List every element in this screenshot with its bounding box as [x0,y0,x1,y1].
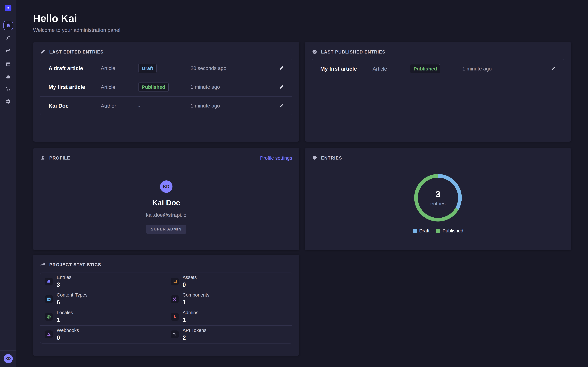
table-row[interactable]: My first article Article Published 1 min… [312,59,564,79]
edit-entry-button[interactable] [279,84,284,90]
page-subtitle: Welcome to your administration panel [33,27,120,33]
strapi-logo-icon [6,6,10,11]
panel-title: PROFILE [49,156,70,161]
legend-label: Published [442,228,463,234]
pencil-icon [40,49,45,55]
status-empty: - [138,103,140,109]
documents-icon [45,278,53,285]
sidebar-item-settings[interactable] [3,97,13,106]
panel-profile: PROFILE Profile settings KD Kai Doe kai.… [33,148,299,250]
strapi-admin-dashboard: KD Hello Kai Welcome to your administrat… [0,0,588,367]
sidebar-item-cloud[interactable] [3,72,13,82]
stat-admins: Admins1 [166,308,292,325]
stat-value: 1 [57,317,73,324]
status-badge: Published [410,64,440,73]
profile-avatar: KD [160,180,173,193]
stat-value: 2 [183,334,207,341]
published-swatch [436,229,440,233]
layout-icon [45,295,53,303]
page-title: Hello Kai [33,12,120,25]
cart-icon [6,87,11,92]
edit-entry-button[interactable] [279,103,284,109]
stat-api-tokens: API Tokens2 [166,325,292,343]
chart-legend: Draft Published [305,228,571,234]
stat-value: 0 [57,334,79,341]
entry-name: Kai Doe [49,103,101,109]
sidebar-item-home[interactable] [3,21,13,30]
entry-time: 1 minute ago [462,66,546,72]
status-badge: Draft [138,64,157,73]
table-row[interactable]: Kai Doe Author - 1 minute ago [40,96,292,115]
entry-type: Article [101,84,138,90]
key-icon [171,330,179,338]
entry-time: 20 seconds ago [190,65,274,71]
last-published-table: My first article Article Published 1 min… [312,59,564,79]
user-icon [40,155,45,161]
panel-title: LAST PUBLISHED ENTRIES [321,50,385,55]
home-icon [6,23,11,28]
stat-value: 3 [57,281,71,288]
stat-value: 1 [183,299,209,306]
profile-email: kai.doe@strapi.io [146,212,187,218]
edit-entry-button[interactable] [551,66,556,72]
panel-last-published-entries: LAST PUBLISHED ENTRIES My first article … [305,42,571,142]
stat-label: Admins [183,310,199,315]
strapi-logo[interactable] [5,5,11,11]
page-header: Hello Kai Welcome to your administration… [33,12,120,33]
entries-donut-chart: 3 entries [414,174,462,222]
stat-label: API Tokens [183,328,207,333]
profile-body: KD Kai Doe kai.doe@strapi.io SUPER ADMIN [33,180,299,234]
stat-label: Components [183,292,209,298]
trend-up-icon [40,262,45,268]
sidebar: KD [0,0,16,367]
panel-project-statistics: PROJECT STATISTICS Entries3 Assets0 Cont… [33,255,299,356]
profile-settings-link[interactable]: Profile settings [260,155,292,161]
cloud-icon [6,74,11,80]
stat-value: 0 [183,281,197,288]
layout-icon [6,62,11,67]
stat-value: 1 [183,317,199,324]
table-row[interactable]: My first article Article Published 1 min… [40,78,292,96]
webhook-icon [45,330,53,338]
admin-user-icon [171,313,179,321]
profile-name: Kai Doe [152,198,180,207]
sidebar-divider [0,350,16,350]
table-row[interactable]: A draft article Article Draft 20 seconds… [40,59,292,78]
sidebar-item-media-library[interactable] [3,46,13,55]
edit-entry-button[interactable] [279,66,284,71]
globe-icon [45,313,53,321]
stat-webhooks: Webhooks0 [40,325,166,343]
entry-name: My first article [49,84,101,90]
panel-last-edited-entries: LAST EDITED ENTRIES A draft article Arti… [33,42,299,142]
legend-item-draft: Draft [413,228,429,234]
stat-content-types: Content-Types6 [40,290,166,308]
panel-header: LAST PUBLISHED ENTRIES [312,49,564,55]
gear-icon [6,99,11,105]
last-edited-table: A draft article Article Draft 20 seconds… [40,59,292,115]
stat-label: Assets [183,275,197,280]
main-content: Hello Kai Welcome to your administration… [16,0,588,367]
stats-grid: Entries3 Assets0 Content-Types6 Componen… [40,273,292,343]
stat-entries: Entries3 [40,273,166,290]
panel-header: PROFILE Profile settings [40,155,292,161]
panel-title: LAST EDITED ENTRIES [49,50,104,55]
sidebar-item-marketplace[interactable] [3,85,13,94]
panel-title: ENTRIES [321,156,342,161]
feather-icon [6,35,11,41]
legend-label: Draft [419,228,429,234]
sidebar-item-content-type-builder[interactable] [3,60,13,69]
panel-header: LAST EDITED ENTRIES [40,49,292,55]
stat-value: 6 [57,299,87,306]
user-avatar[interactable]: KD [4,354,13,363]
stat-assets: Assets0 [166,273,292,290]
entry-time: 1 minute ago [190,103,274,109]
panel-entries: ENTRIES 3 entries Draft P [305,148,571,250]
legend-item-published: Published [436,228,463,234]
check-circle-icon [312,49,317,55]
entry-type: Article [372,66,410,72]
sidebar-item-content-manager[interactable] [3,33,13,43]
draft-swatch [413,229,417,233]
stat-label: Content-Types [57,292,87,298]
stat-label: Locales [57,310,73,315]
picture-icon [171,278,179,285]
